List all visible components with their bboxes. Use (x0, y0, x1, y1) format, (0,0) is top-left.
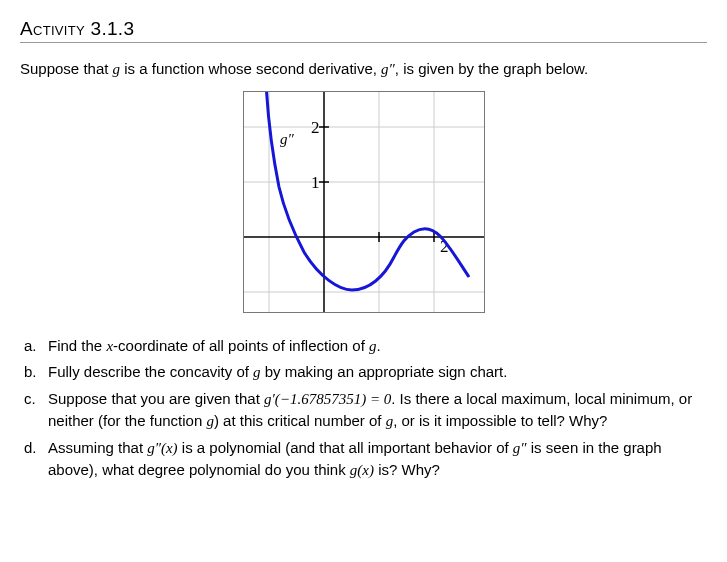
intro-fn: g (113, 61, 121, 77)
intro-mid: is a function whose second derivative, (120, 60, 381, 77)
qd-expr3: g(x) (350, 462, 374, 478)
activity-header: Activity 3.1.3 (20, 18, 707, 43)
chart-grid (244, 92, 484, 312)
intro-pre: Suppose that (20, 60, 113, 77)
activity-number: 3.1.3 (91, 18, 135, 39)
qd-pre: Assuming that (48, 439, 147, 456)
qb-post: by making an appropriate sign chart. (261, 363, 508, 380)
qd-expr: g″(x) (147, 440, 177, 456)
chart-container: 2 1 2 g″ (20, 91, 707, 313)
question-d: Assuming that g″(x) is a polynomial (and… (20, 437, 707, 482)
qb-pre: Fully describe the concavity of (48, 363, 253, 380)
qc-g: g (206, 413, 214, 429)
question-a: Find the x-coordinate of all points of i… (20, 335, 707, 358)
qc-pre: Suppose that you are given that (48, 390, 264, 407)
activity-label: Activity (20, 18, 85, 39)
ytick-1: 1 (311, 173, 320, 192)
chart-svg: 2 1 2 g″ (243, 91, 485, 313)
qc-expr: g′(−1.67857351) = 0 (264, 391, 391, 407)
intro-post: , is given by the graph below. (395, 60, 588, 77)
qc-mid2: ) at this critical number of (214, 412, 386, 429)
series-label-text: g″ (280, 131, 295, 147)
qd-end: is? Why? (374, 461, 440, 478)
chart-ticks (319, 127, 434, 242)
chart-axes (244, 92, 484, 312)
qa-end: . (377, 337, 381, 354)
question-c: Suppose that you are given that g′(−1.67… (20, 388, 707, 433)
ytick-2: 2 (311, 118, 320, 137)
qd-mid: is a polynomial (and that all important … (178, 439, 513, 456)
qa-g: g (369, 338, 377, 354)
qb-g: g (253, 364, 261, 380)
intro-text: Suppose that g is a function whose secon… (20, 58, 707, 81)
qa-post1: -coordinate of all points of inflection … (113, 337, 369, 354)
chart-curve (266, 91, 469, 290)
question-list: Find the x-coordinate of all points of i… (20, 335, 707, 482)
qd-expr2: g″ (513, 440, 527, 456)
chart-series-label: g″ (280, 131, 295, 147)
qa-pre: Find the (48, 337, 106, 354)
question-b: Fully describe the concavity of g by mak… (20, 361, 707, 384)
intro-fn2: g″ (381, 61, 395, 77)
qc-end: , or is it impossible to tell? Why? (393, 412, 607, 429)
